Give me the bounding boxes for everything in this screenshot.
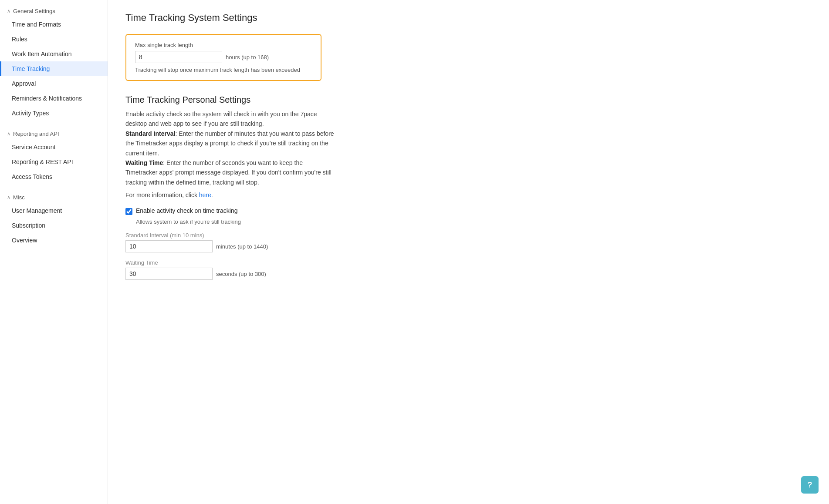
more-info-period: .	[211, 192, 213, 198]
waiting-time-input[interactable]	[125, 268, 213, 280]
sidebar-section-general-label: General Settings	[13, 8, 55, 14]
standard-interval-unit: minutes (up to 1440)	[216, 243, 268, 250]
help-button[interactable]: ?	[801, 476, 819, 494]
sidebar-item-rules[interactable]: Rules	[0, 32, 108, 47]
sidebar-item-work-item-automation[interactable]: Work Item Automation	[0, 47, 108, 61]
sidebar-section-general[interactable]: ∧ General Settings	[0, 3, 108, 17]
chevron-general-icon: ∧	[7, 8, 10, 14]
sidebar-section-misc[interactable]: ∧ Misc	[0, 190, 108, 203]
max-track-note: Tracking will stop once maximum track le…	[135, 67, 312, 73]
sidebar-item-overview[interactable]: Overview	[0, 233, 108, 248]
sidebar-item-reporting-rest-api[interactable]: Reporting & REST API	[0, 155, 108, 169]
desc-line2: desktop and web app to see if you are st…	[125, 120, 264, 127]
enable-activity-check-sublabel: Allows system to ask if you're still tra…	[125, 218, 812, 225]
page-title: Time Tracking System Settings	[125, 12, 812, 24]
sidebar-item-access-tokens[interactable]: Access Tokens	[0, 169, 108, 184]
standard-interval-field-group: Standard interval (min 10 mins) minutes …	[125, 232, 812, 252]
personal-settings-description: Enable activity check so the system will…	[125, 109, 335, 187]
enable-activity-check-row: Enable activity check on time tracking	[125, 207, 812, 215]
main-content: Time Tracking System Settings Max single…	[108, 0, 829, 504]
more-info-row: For more information, click here.	[125, 192, 812, 198]
waiting-time-input-row: seconds (up to 300)	[125, 268, 812, 280]
here-link[interactable]: here	[199, 192, 211, 198]
waiting-time-unit: seconds (up to 300)	[216, 271, 266, 277]
sidebar: ∧ General Settings Time and Formats Rule…	[0, 0, 108, 504]
personal-settings-title: Time Tracking Personal Settings	[125, 95, 812, 105]
max-track-label: Max single track length	[135, 42, 312, 48]
waiting-time-field-group: Waiting Time seconds (up to 300)	[125, 259, 812, 280]
sidebar-item-time-tracking[interactable]: Time Tracking	[0, 61, 108, 76]
enable-activity-check-checkbox[interactable]	[125, 208, 132, 215]
more-info-text: For more information, click	[125, 192, 199, 198]
max-track-input[interactable]	[135, 51, 222, 63]
max-track-input-row: hours (up to 168)	[135, 51, 312, 63]
waiting-time-bold: Waiting Time	[125, 159, 163, 166]
sidebar-item-time-and-formats[interactable]: Time and Formats	[0, 17, 108, 32]
enable-activity-check-label: Enable activity check on time tracking	[136, 207, 237, 214]
standard-interval-field-label: Standard interval (min 10 mins)	[125, 232, 812, 239]
max-track-hint: hours (up to 168)	[226, 54, 269, 60]
chevron-reporting-icon: ∧	[7, 131, 10, 137]
sidebar-item-user-management[interactable]: User Management	[0, 203, 108, 218]
sidebar-section-reporting-label: Reporting and API	[13, 131, 59, 137]
sidebar-section-misc-label: Misc	[13, 194, 25, 201]
system-settings-box: Max single track length hours (up to 168…	[125, 34, 321, 81]
sidebar-item-approval[interactable]: Approval	[0, 76, 108, 91]
waiting-time-field-label: Waiting Time	[125, 259, 812, 266]
sidebar-section-reporting[interactable]: ∧ Reporting and API	[0, 126, 108, 140]
sidebar-item-service-account[interactable]: Service Account	[0, 140, 108, 155]
sidebar-item-activity-types[interactable]: Activity Types	[0, 106, 108, 121]
standard-interval-input[interactable]	[125, 240, 213, 252]
standard-interval-input-row: minutes (up to 1440)	[125, 240, 812, 252]
desc-line1: Enable activity check so the system will…	[125, 111, 317, 118]
chevron-misc-icon: ∧	[7, 195, 10, 200]
standard-interval-bold: Standard Interval	[125, 130, 175, 137]
help-icon: ?	[808, 480, 812, 490]
sidebar-item-subscription[interactable]: Subscription	[0, 218, 108, 233]
sidebar-item-reminders-notifications[interactable]: Reminders & Notifications	[0, 91, 108, 106]
